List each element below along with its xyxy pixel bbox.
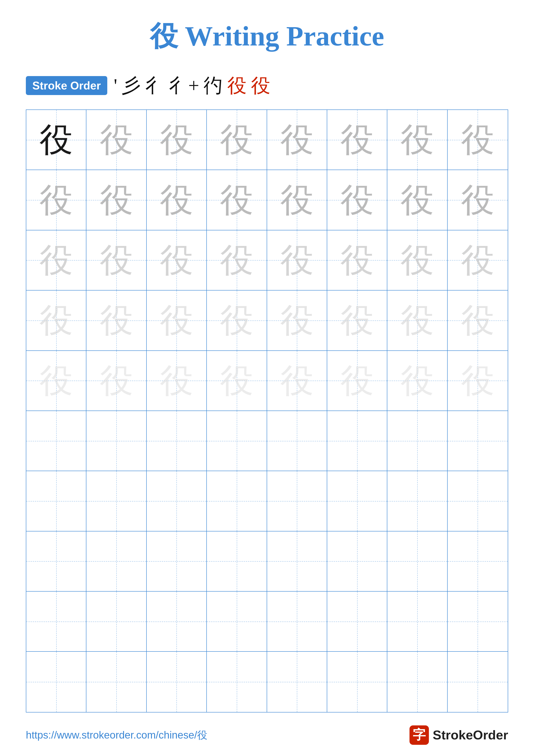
logo-icon: 字: [410, 725, 429, 745]
grid-cell[interactable]: [387, 592, 447, 652]
grid-cell: 役: [267, 230, 327, 290]
grid-cell: 役: [26, 110, 87, 170]
grid-cell: 役: [387, 230, 447, 290]
grid-cell: 役: [207, 110, 267, 170]
grid-cell[interactable]: [387, 652, 447, 712]
grid-cell[interactable]: [207, 652, 267, 712]
grid-cell: 役: [207, 170, 267, 230]
grid-cell[interactable]: [26, 411, 87, 471]
grid-cell: 役: [387, 110, 447, 170]
grid-cell[interactable]: [207, 411, 267, 471]
grid-cell: 役: [147, 170, 207, 230]
grid-cell[interactable]: [267, 411, 327, 471]
grid-cell: 役: [267, 110, 327, 170]
grid-cell[interactable]: [147, 592, 207, 652]
grid-cell[interactable]: [147, 411, 207, 471]
stroke-order-row: Stroke Order ' 彡 彳 彳+ 彴 役 役: [26, 72, 508, 99]
grid-cell: 役: [387, 290, 447, 351]
grid-cell[interactable]: [26, 471, 87, 531]
grid-cell: 役: [327, 351, 387, 411]
grid-cell[interactable]: [87, 411, 146, 471]
practice-grid: 役 役 役 役 役 役 役 役 役 役 役 役 役 役 役 役 役 役 役 役 …: [26, 109, 508, 713]
grid-cell[interactable]: [147, 652, 207, 712]
grid-cell[interactable]: [387, 531, 447, 592]
grid-cell[interactable]: [447, 531, 508, 592]
grid-cell: 役: [207, 290, 267, 351]
grid-cell[interactable]: [267, 592, 327, 652]
grid-cell: 役: [87, 290, 146, 351]
grid-cell[interactable]: [267, 471, 327, 531]
grid-cell: 役: [207, 351, 267, 411]
grid-cell[interactable]: [147, 531, 207, 592]
grid-cell[interactable]: [327, 652, 387, 712]
grid-cell: 役: [327, 110, 387, 170]
grid-cell: 役: [87, 170, 146, 230]
grid-cell: 役: [447, 351, 508, 411]
grid-cell[interactable]: [267, 652, 327, 712]
grid-cell: 役: [26, 230, 87, 290]
grid-cell[interactable]: [207, 531, 267, 592]
grid-cell[interactable]: [26, 592, 87, 652]
stroke-1: ': [114, 74, 117, 97]
grid-cell: 役: [147, 290, 207, 351]
grid-cell: 役: [327, 170, 387, 230]
grid-cell[interactable]: [387, 411, 447, 471]
stroke-6: 役: [227, 72, 247, 99]
grid-cell: 役: [267, 351, 327, 411]
grid-cell: 役: [87, 110, 146, 170]
stroke-4: 彳+: [169, 72, 199, 99]
stroke-order-badge: Stroke Order: [26, 76, 107, 95]
grid-cell: 役: [26, 351, 87, 411]
grid-cell[interactable]: [87, 531, 146, 592]
grid-cell: 役: [147, 351, 207, 411]
grid-cell[interactable]: [327, 592, 387, 652]
grid-cell[interactable]: [387, 471, 447, 531]
grid-cell: 役: [447, 170, 508, 230]
grid-cell[interactable]: [447, 411, 508, 471]
stroke-2: 彡: [121, 72, 141, 99]
grid-cell: 役: [447, 230, 508, 290]
stroke-5: 彴: [204, 72, 223, 99]
page-title: 役 Writing Practice: [150, 17, 384, 55]
grid-cell: 役: [387, 170, 447, 230]
grid-cell[interactable]: [87, 592, 146, 652]
grid-cell[interactable]: [207, 592, 267, 652]
grid-cell[interactable]: [327, 531, 387, 592]
grid-cell: 役: [387, 351, 447, 411]
grid-cell: 役: [26, 170, 87, 230]
grid-cell[interactable]: [447, 592, 508, 652]
grid-cell[interactable]: [87, 652, 146, 712]
grid-cell: 役: [87, 351, 146, 411]
grid-cell: 役: [267, 290, 327, 351]
grid-cell[interactable]: [447, 471, 508, 531]
grid-cell: 役: [26, 290, 87, 351]
grid-cell: 役: [327, 230, 387, 290]
grid-cell[interactable]: [26, 652, 87, 712]
grid-cell[interactable]: [147, 471, 207, 531]
grid-cell[interactable]: [327, 411, 387, 471]
logo-text: StrokeOrder: [433, 728, 508, 742]
stroke-7: 役: [251, 72, 270, 99]
grid-cell: 役: [267, 170, 327, 230]
grid-cell[interactable]: [327, 471, 387, 531]
grid-cell[interactable]: [267, 531, 327, 592]
grid-cell: 役: [147, 110, 207, 170]
footer: https://www.strokeorder.com/chinese/役 字 …: [26, 713, 508, 745]
stroke-3: 彳: [145, 72, 165, 99]
stroke-sequence: ' 彡 彳 彳+ 彴 役 役: [114, 72, 270, 99]
grid-cell: 役: [87, 230, 146, 290]
footer-url: https://www.strokeorder.com/chinese/役: [26, 728, 207, 742]
grid-cell[interactable]: [447, 652, 508, 712]
grid-cell[interactable]: [87, 471, 146, 531]
grid-cell: 役: [327, 290, 387, 351]
grid-cell: 役: [447, 110, 508, 170]
footer-logo: 字 StrokeOrder: [410, 725, 508, 745]
page: 役 Writing Practice Stroke Order ' 彡 彳 彳+…: [0, 0, 534, 756]
grid-cell: 役: [207, 230, 267, 290]
grid-cell: 役: [447, 290, 508, 351]
grid-cell[interactable]: [26, 531, 87, 592]
grid-cell: 役: [147, 230, 207, 290]
grid-cell[interactable]: [207, 471, 267, 531]
